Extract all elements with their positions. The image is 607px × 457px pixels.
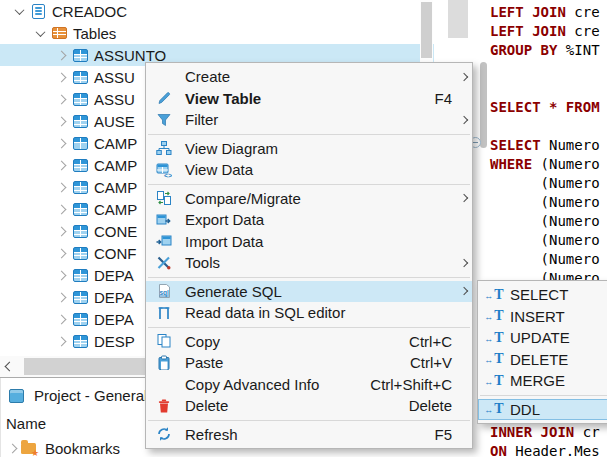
chevron-right-icon[interactable] [54,316,68,323]
scrollbar-thumb[interactable] [421,2,432,58]
submenu-item-merge[interactable]: ↔TMERGE [478,370,607,392]
menu-item-label: Compare/Migrate [185,190,452,207]
tree-item-label: CAMP [94,201,137,218]
sql-line: (Numero [490,231,600,250]
menu-item-shortcut: F5 [434,426,452,443]
menu-item-view-table[interactable]: View TableF4 [146,88,472,110]
compare-icon [154,189,174,207]
table-icon [72,47,88,63]
sql-editor-text[interactable]: LEFT JOIN creLEFT JOIN creGROUP BY %INT … [490,3,600,288]
delete-icon [154,397,174,415]
submenu-item-delete[interactable]: ↔TDELETE [478,349,607,371]
chevron-right-icon[interactable] [54,140,68,147]
chevron-right-icon[interactable] [54,52,68,59]
sql-editor-text-bottom[interactable]: INNER JOIN crON Header.Mes [490,423,600,457]
chevron-right-icon[interactable] [54,184,68,191]
menu-item-tools[interactable]: Tools [146,252,472,274]
menu-item-copy-advanced-info[interactable]: Copy Advanced InfoCtrl+Shift+C [146,374,472,396]
chevron-right-icon[interactable] [54,338,68,345]
menu-item-copy[interactable]: CopyCtrl+C [146,331,472,353]
chevron-down-icon[interactable] [33,30,47,37]
tree-item-label: CONE [94,223,137,240]
chevron-right-icon[interactable] [54,162,68,169]
menu-item-label: UPDATE [510,329,589,346]
menu-item-label: Generate SQL [185,283,452,300]
scrollbar-thumb[interactable] [448,0,468,38]
sql-text-icon: ↔T [484,289,504,301]
menu-item-label: Read data in SQL editor [185,304,452,321]
submenu-item-ddl[interactable]: ↔TDDL [478,399,607,421]
sql-text-icon: ↔T [484,332,504,344]
tree-item-tables[interactable]: Tables [0,22,434,44]
menu-item-label: Paste [185,354,410,371]
menu-item-generate-sql[interactable]: sqlGenerate SQL [146,281,472,303]
chevron-right-icon[interactable] [54,272,68,279]
menu-item-filter[interactable]: Filter [146,109,472,131]
menu-item-shortcut: F4 [434,90,452,107]
sql-text-icon: ↔T [484,375,504,387]
generate-sql-icon: sql [154,282,174,300]
chevron-right-icon[interactable] [54,206,68,213]
submenu-item-select[interactable]: ↔TSELECT [478,284,607,306]
menu-item-label: Copy [185,333,409,350]
menu-separator [148,327,470,328]
sql-text-icon: ↔T [484,403,504,415]
sql-line: LEFT JOIN cre [490,3,600,22]
menu-item-refresh[interactable]: RefreshF5 [146,424,472,446]
tree-item-label: DEPA [94,289,134,306]
menu-item-label: DDL [510,401,589,418]
chevron-right-icon[interactable] [54,294,68,301]
svg-text:sql: sql [160,289,170,297]
table-icon [72,201,88,217]
tree-item-label: ASSU [94,91,135,108]
menu-item-compare-migrate[interactable]: Compare/Migrate [146,188,472,210]
scroll-left-button[interactable] [0,356,18,377]
sql-line: GROUP BY %INT [490,41,600,60]
chevron-right-icon[interactable] [54,250,68,257]
chevron-right-icon[interactable] [54,118,68,125]
chevron-down-icon[interactable] [12,8,26,15]
bookmarks-folder-icon [21,443,36,454]
submenu-item-insert[interactable]: ↔TINSERT [478,306,607,328]
menu-item-label: Filter [185,111,452,128]
bookmarks-label: Bookmarks [45,440,120,457]
menu-separator [148,184,470,185]
menu-item-read-data-in-sql-editor[interactable]: Read data in SQL editor [146,302,472,324]
menu-item-view-data[interactable]: <>View Data [146,159,472,181]
sql-line: INNER JOIN cr [490,423,600,442]
filter-icon [154,111,174,129]
chevron-right-icon[interactable] [54,96,68,103]
menu-separator [148,134,470,135]
menu-separator [148,277,470,278]
chevron-right-icon[interactable] [54,74,68,81]
tree-item-label: ASSUNTO [94,47,166,64]
tree-item-creadoc[interactable]: CREADOC [0,0,434,22]
chevron-right-icon[interactable] [5,445,19,452]
menu-item-import-data[interactable]: Import Data [146,231,472,253]
menu-item-label: View Table [185,90,434,107]
submenu-item-update[interactable]: ↔TUPDATE [478,327,607,349]
tree-item-label: CAMP [94,179,137,196]
svg-text:<>: <> [164,171,172,178]
menu-item-label: INSERT [510,308,589,325]
table-icon [72,245,88,261]
menu-item-delete[interactable]: DeleteDelete [146,395,472,417]
menu-item-create[interactable]: Create [146,66,472,88]
sql-line [490,79,600,98]
menu-item-export-data[interactable]: Export Data [146,209,472,231]
menu-item-label: MERGE [510,372,589,389]
sql-line: SELECT Numero [490,136,600,155]
menu-item-label: Create [185,68,452,85]
tree-item-label: DEPA [94,311,134,328]
sql-line: (Numero [490,212,600,231]
menu-item-paste[interactable]: PasteCtrl+V [146,352,472,374]
no-icon [154,375,174,393]
tree-item-label: CAMP [94,135,137,152]
submenu-arrow-icon [456,195,472,201]
table-icon [72,223,88,239]
menu-item-view-diagram[interactable]: View Diagram [146,138,472,160]
menu-separator [148,420,470,421]
chevron-right-icon[interactable] [54,228,68,235]
scrollbar-thumb[interactable] [480,62,487,148]
tables-folder-icon [51,25,67,41]
